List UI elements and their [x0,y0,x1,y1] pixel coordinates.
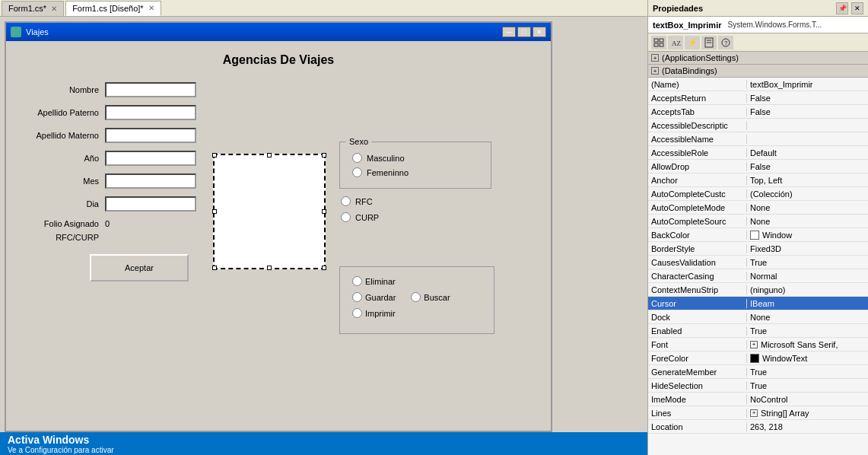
guardar-option[interactable]: Guardar [352,292,396,302]
props-row-borderstyle[interactable]: BorderStyleFixed3D [648,242,868,256]
eliminar-label: Eliminar [365,277,396,286]
tab-form1cs[interactable]: Form1.cs* ✕ [2,1,64,16]
props-row-font[interactable]: Font+ Microsoft Sans Serif, [648,338,868,352]
folio-value: 0 [105,219,110,228]
props-row-hideselection[interactable]: HideSelectionTrue [648,379,868,393]
props-row-dock[interactable]: DockNone [648,310,868,324]
handle-ml[interactable] [212,209,217,214]
props-row-causesvalidation[interactable]: CausesValidationTrue [648,256,868,269]
apellido-paterno-input[interactable] [105,105,196,120]
props-val-25: 263, 218 [747,422,868,431]
handle-tc[interactable] [267,153,272,158]
props-row-allowdrop[interactable]: AllowDropFalse [648,160,868,173]
props-tool-alpha-icon[interactable]: AZ [668,36,683,49]
apellido-paterno-label: Apellido Paterno [21,108,105,117]
props-row-location[interactable]: Location263, 218 [648,420,868,434]
props-key-18: Enabled [648,326,747,336]
props-val-20: WindowText [747,354,868,363]
props-row-enabled[interactable]: EnabledTrue [648,324,868,338]
section-db-label: (DataBindings) [662,66,717,75]
form-maximize-btn[interactable]: □ [517,27,531,37]
nombre-row: Nombre [21,82,536,97]
buscar-radio[interactable] [411,292,421,302]
props-row-forecolor[interactable]: ForeColor WindowText [648,352,868,365]
tab-form1cs-close[interactable]: ✕ [51,5,57,13]
properties-header: Propiedades 📌 ✕ [648,0,868,17]
handle-tr[interactable] [322,153,326,158]
form-minimize-btn[interactable]: — [502,27,516,37]
props-key-10: AutoCompleteSourc [648,217,747,226]
props-target-type: System.Windows.Forms.T... [727,21,822,29]
props-val-15: (ninguno) [747,285,868,294]
props-val-0: textBox_Imprimir [747,80,868,89]
props-row-acceptstab[interactable]: AcceptsTabFalse [648,105,868,119]
femeninno-label: Femeninno [367,168,409,177]
textbox-imprimir-design[interactable] [213,154,326,269]
imprimir-radio[interactable] [352,308,362,318]
rfc-radio[interactable] [341,196,351,206]
props-row-contextmenustrip[interactable]: ContextMenuStrip(ninguno) [648,283,868,297]
handle-tl[interactable] [212,153,217,158]
imprimir-option[interactable]: Imprimir [352,308,396,318]
anio-input[interactable] [105,151,196,166]
section-data-bindings[interactable]: + (DataBindings) [648,65,868,78]
anio-label: Año [21,154,105,163]
props-close-btn[interactable]: ✕ [851,2,863,14]
props-val-5: Default [747,148,868,158]
props-key-0: (Name) [648,80,747,89]
color-swatch-20 [750,354,759,363]
props-pin-btn[interactable]: 📌 [836,2,848,14]
handle-bc[interactable] [267,266,272,270]
apellido-materno-input[interactable] [105,128,196,143]
props-tool-categories-icon[interactable] [651,36,666,49]
props-row-autocompletecustc[interactable]: AutoCompleteCustc(Colección) [648,187,868,201]
props-val-13: True [747,258,868,267]
section-as-expand-icon[interactable]: + [651,54,659,62]
props-row-accessiblerole[interactable]: AccessibleRoleDefault [648,146,868,160]
props-row--name-[interactable]: (Name)textBox_Imprimir [648,78,868,91]
props-row-anchor[interactable]: AnchorTop, Left [648,173,868,187]
props-row-accessibledescriptic[interactable]: AccessibleDescriptic [648,119,868,132]
props-row-autocompletesourc[interactable]: AutoCompleteSourcNone [648,215,868,228]
props-key-22: HideSelection [648,381,747,390]
form-close-btn[interactable]: ✕ [533,27,546,37]
props-key-9: AutoCompleteMode [648,203,747,212]
props-val-11: Window [747,231,868,240]
props-row-charactercasing[interactable]: CharacterCasingNormal [648,269,868,283]
mes-input[interactable] [105,173,196,189]
tab-form1design[interactable]: Form1.cs [Diseño]* ✕ [65,1,161,16]
masculino-radio[interactable] [352,153,362,163]
props-tool-extra-icon[interactable]: ? [718,36,733,49]
section-db-expand-icon[interactable]: + [651,67,659,75]
props-row-acceptsreturn[interactable]: AcceptsReturnFalse [648,91,868,105]
accept-button[interactable]: Aceptar [90,254,189,282]
props-row-lines[interactable]: Lines+ String[] Array [648,406,868,420]
handle-br[interactable] [322,266,326,270]
props-row-generatemember[interactable]: GenerateMemberTrue [648,365,868,379]
props-row-imemode[interactable]: ImeModeNoControl [648,393,868,406]
tab-form1cs-label: Form1.cs* [8,4,46,13]
props-row-autocompletemode[interactable]: AutoCompleteModeNone [648,201,868,215]
props-tool-events-icon[interactable]: ⚡ [685,36,700,49]
guardar-label: Guardar [365,293,396,302]
props-tool-property-pages-icon[interactable] [701,36,717,49]
guardar-radio[interactable] [352,292,362,302]
handle-bl[interactable] [212,266,217,270]
expand-icon-24[interactable]: + [750,409,758,417]
tab-form1design-close[interactable]: ✕ [148,4,154,12]
props-row-cursor[interactable]: CursorIBeam [648,297,868,310]
buscar-option[interactable]: Buscar [411,292,450,302]
expand-icon-19[interactable]: + [750,341,758,348]
nombre-input[interactable] [105,82,196,97]
handle-mr[interactable] [322,209,326,214]
curp-radio[interactable] [341,212,351,222]
props-row-backcolor[interactable]: BackColor Window [648,228,868,242]
section-application-settings[interactable]: + (ApplicationSettings) [648,52,868,65]
femeninno-radio[interactable] [352,167,362,177]
dia-input[interactable] [105,196,196,212]
eliminar-option[interactable]: Eliminar [352,276,396,286]
form-titlebar: Viajes — □ ✕ [6,23,551,41]
props-key-23: ImeMode [648,395,747,404]
props-row-accessiblename[interactable]: AccessibleName [648,132,868,146]
eliminar-radio[interactable] [352,276,362,286]
